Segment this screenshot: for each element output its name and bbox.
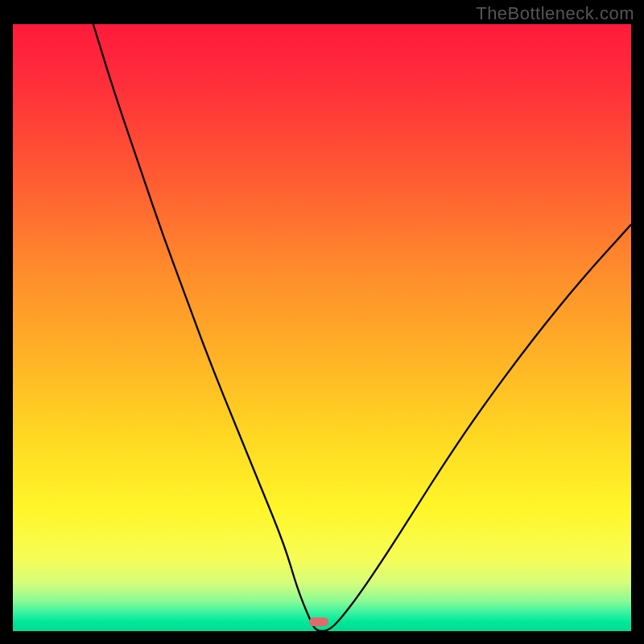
watermark-text: TheBottleneck.com (476, 3, 634, 24)
chart-frame: TheBottleneck.com (0, 0, 644, 644)
curve-path (93, 24, 631, 631)
plot-area (13, 24, 631, 631)
optimal-marker (309, 617, 328, 626)
bottleneck-curve (13, 24, 631, 631)
